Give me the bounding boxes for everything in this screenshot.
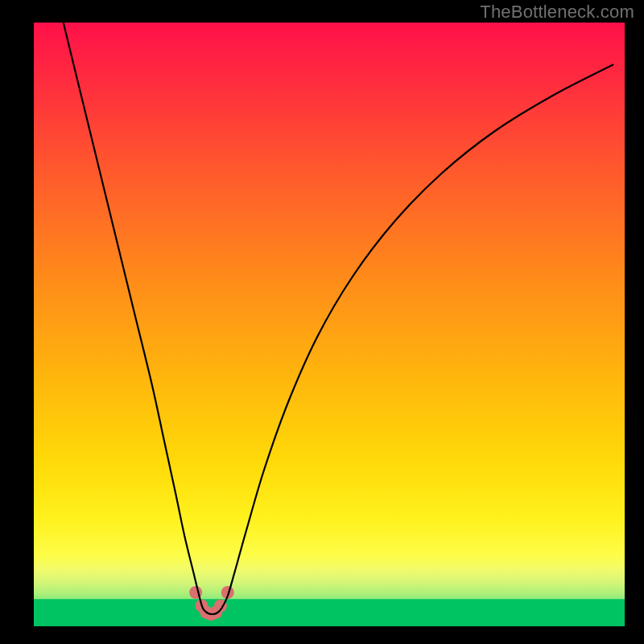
green-band [34, 599, 625, 626]
watermark-text: TheBottleneck.com [480, 2, 634, 23]
chart-stage: TheBottleneck.com [0, 0, 644, 644]
plot-area [34, 23, 625, 626]
chart-svg [0, 0, 644, 644]
